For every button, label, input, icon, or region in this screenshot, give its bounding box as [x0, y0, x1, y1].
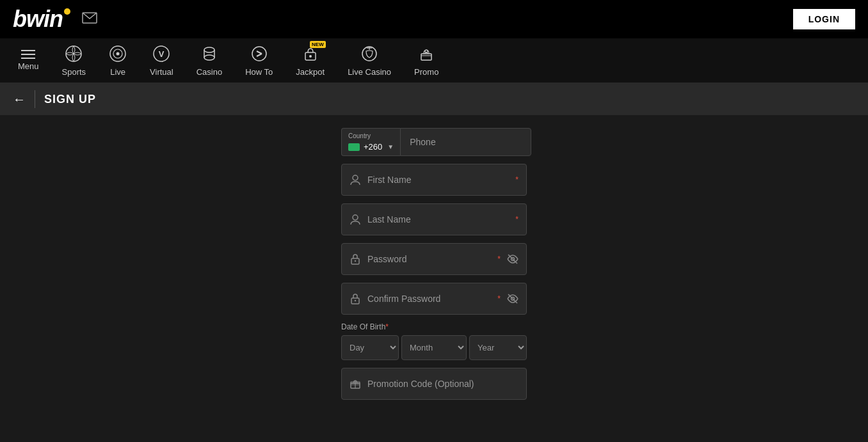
nav-item-promo[interactable]: Promo [403, 38, 450, 83]
logo-dot [64, 8, 70, 15]
svg-line-12 [257, 51, 262, 54]
nav-item-howto[interactable]: How To [234, 38, 284, 83]
login-button[interactable]: LOGIN [793, 9, 855, 29]
jackpot-badge: NEW [310, 41, 326, 48]
header: bwin LOGIN [0, 0, 868, 38]
nav-label-promo: Promo [414, 67, 438, 77]
mail-icon[interactable] [82, 12, 97, 27]
last-name-input[interactable] [367, 214, 509, 225]
howto-icon-wrap [250, 45, 268, 65]
phone-input[interactable] [400, 128, 531, 156]
person-icon [350, 174, 361, 185]
svg-line-30 [508, 294, 517, 303]
virtual-icon: V [152, 45, 170, 63]
country-select[interactable]: Country +260 ▼ [341, 128, 400, 156]
dob-label: Date Of Birth* [341, 322, 527, 331]
person-icon-2 [350, 214, 361, 225]
nav-label-livecasino: Live Casino [348, 67, 391, 77]
password-input[interactable] [367, 254, 491, 264]
nav-bar: Menu Sports Live V [0, 38, 868, 83]
svg-point-4 [117, 52, 120, 55]
page-title: SIGN UP [44, 93, 96, 106]
jackpot-icon-wrap: NEW [301, 45, 319, 65]
nav-item-sports[interactable]: Sports [51, 38, 98, 83]
chevron-down-icon: ▼ [387, 143, 394, 150]
nav-item-live[interactable]: Live [97, 38, 138, 83]
lock-icon-2 [350, 293, 361, 304]
signup-form: Country +260 ▼ * * [0, 115, 868, 413]
eye-hide-icon-2[interactable] [507, 293, 518, 304]
sports-icon [65, 45, 83, 63]
promo-icon-wrap [417, 45, 435, 65]
signup-bar: ← SIGN UP [0, 83, 868, 115]
svg-rect-19 [421, 54, 431, 60]
logo: bwin [13, 6, 69, 33]
svg-text:V: V [159, 49, 165, 59]
phone-row: Country +260 ▼ [341, 128, 527, 156]
svg-point-15 [309, 55, 312, 58]
sports-icon-wrap [65, 45, 83, 65]
svg-line-26 [508, 255, 517, 264]
svg-point-11 [252, 47, 266, 61]
live-icon-wrap [109, 45, 127, 65]
nav-label-jackpot: Jackpot [296, 67, 325, 77]
gift-icon [350, 378, 361, 390]
howto-icon [250, 45, 268, 63]
svg-point-28 [355, 300, 356, 301]
lock-icon [350, 253, 361, 265]
nav-label-casino: Casino [197, 67, 222, 77]
confirm-password-field: * [341, 283, 527, 315]
country-value: +260 ▼ [348, 142, 394, 152]
svg-point-24 [355, 260, 356, 262]
header-left: bwin [13, 6, 97, 33]
first-name-input[interactable] [367, 175, 509, 185]
confirm-password-input[interactable] [367, 294, 491, 304]
nav-item-menu[interactable]: Menu [6, 38, 51, 83]
nav-item-jackpot[interactable]: NEW Jackpot [284, 38, 336, 83]
dob-row: Day1234567891011121314151617181920212223… [341, 335, 527, 360]
eye-hide-icon[interactable] [507, 253, 518, 265]
confirm-password-required: * [497, 294, 501, 303]
last-name-required: * [515, 215, 518, 224]
country-flag [348, 143, 360, 151]
live-icon [109, 45, 127, 63]
nav-item-virtual[interactable]: V Virtual [138, 38, 185, 83]
svg-point-21 [353, 175, 358, 180]
day-select[interactable]: Day1234567891011121314151617181920212223… [341, 335, 399, 360]
first-name-field: * [341, 164, 527, 196]
last-name-field: * [341, 203, 527, 235]
divider [35, 90, 35, 108]
menu-icon [21, 50, 35, 59]
back-button[interactable]: ← [13, 92, 26, 107]
promo-input[interactable] [367, 379, 518, 389]
nav-label-sports: Sports [62, 67, 86, 77]
nav-label-virtual: Virtual [150, 67, 173, 77]
svg-point-7 [204, 47, 214, 52]
country-code: +260 [364, 142, 382, 152]
nav-label-howto: How To [245, 67, 273, 77]
svg-point-10 [204, 55, 214, 60]
logo-text: bwin [13, 6, 63, 33]
nav-item-casino[interactable]: Casino [185, 38, 234, 83]
country-label: Country [348, 132, 394, 139]
month-select[interactable]: MonthJanuaryFebruaryMarchAprilMayJuneJul… [401, 335, 467, 360]
svg-point-22 [353, 215, 358, 220]
password-required: * [497, 255, 501, 264]
nav-item-livecasino[interactable]: Live Casino [336, 38, 403, 83]
first-name-required: * [515, 175, 518, 184]
nav-label-live: Live [110, 67, 125, 77]
casino-icon-wrap [200, 45, 218, 65]
livecasino-icon-wrap [360, 45, 378, 65]
casino-icon [200, 45, 218, 63]
year-select[interactable]: Year200520042003200220012000199919981997… [469, 335, 527, 360]
svg-line-13 [257, 54, 262, 56]
dob-section: Date Of Birth* Day1234567891011121314151… [341, 322, 527, 360]
virtual-icon-wrap: V [152, 45, 170, 65]
password-field: * [341, 243, 527, 275]
livecasino-icon [360, 45, 378, 63]
promo-field [341, 368, 527, 400]
promo-icon [417, 45, 435, 63]
nav-label-menu: Menu [18, 61, 39, 71]
